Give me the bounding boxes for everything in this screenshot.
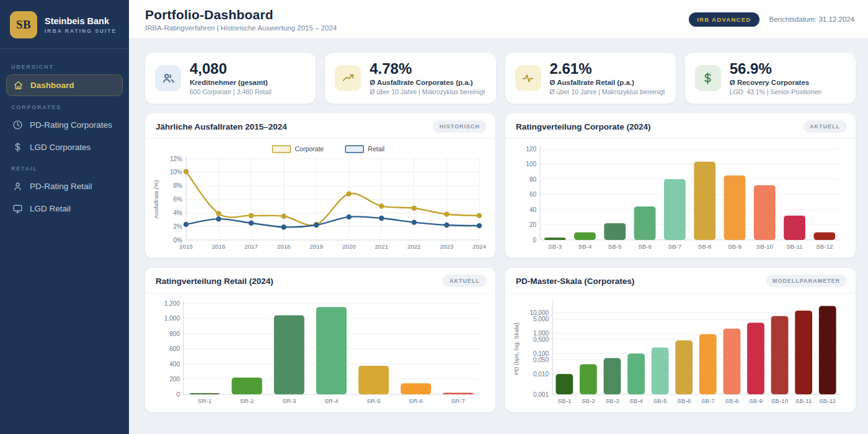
kpi-label: Ø Ausfallrate Retail (p.a.) [550, 79, 665, 86]
sidebar-item-lgd-retail[interactable]: LGD Retail [6, 198, 123, 219]
kpi-label: Ø Recovery Corporates [730, 79, 822, 86]
svg-text:SB-4: SB-4 [578, 243, 592, 250]
chart-grid-bottom: Ratingverteilung Retail (2024) AKTUELL 0… [145, 268, 856, 412]
sidebar-item-dashboard[interactable]: Dashboard [6, 74, 123, 96]
svg-text:1.000: 1.000 [164, 315, 180, 322]
kpi-value: 4,080 [190, 61, 272, 76]
svg-text:5,000: 5,000 [533, 316, 549, 322]
svg-text:2024: 2024 [472, 243, 486, 250]
kpi-card-ausfallrate-retail: 2.61% Ø Ausfallrate Retail (p.a.) Ø über… [505, 53, 676, 104]
sidebar-nav: ÜBERSICHT Dashboard CORPORATES PD-Rating… [0, 49, 129, 229]
kpi-value: 2.61% [550, 61, 665, 76]
svg-text:SR-1: SR-1 [198, 397, 211, 404]
clock-icon [12, 120, 23, 130]
svg-text:SB-10: SB-10 [771, 397, 789, 404]
kpi-sub: 600 Corporate | 3,480 Retail [190, 88, 272, 95]
svg-text:400: 400 [169, 361, 180, 368]
svg-text:SB-4: SB-4 [629, 397, 643, 404]
aktuell-badge: AKTUELL [443, 275, 487, 287]
monitor-icon [12, 203, 23, 214]
svg-text:0%: 0% [174, 237, 183, 244]
svg-text:SB-11: SB-11 [795, 397, 812, 404]
sidebar-item-label: PD-Rating Corporates [30, 120, 112, 130]
sidebar-item-label: PD-Rating Retail [30, 182, 92, 191]
svg-text:SB-10: SB-10 [756, 243, 774, 250]
main-area: Portfolio-Dashboard IRBA-Ratingverfahren… [129, 0, 868, 434]
sidebar-item-pd-rating-corporates[interactable]: PD-Rating Corporates [6, 115, 123, 135]
svg-text:120: 120 [526, 146, 536, 153]
sidebar-item-pd-rating-retail[interactable]: PD-Rating Retail [6, 176, 123, 197]
kpi-sub: LGD: 43.1% | Senior-Positionen [730, 88, 822, 95]
home-icon [13, 80, 24, 91]
svg-text:2017: 2017 [244, 243, 258, 250]
dollar-icon [695, 65, 721, 91]
svg-text:SB-3: SB-3 [548, 243, 562, 250]
svg-text:SB-12: SB-12 [819, 397, 836, 404]
svg-text:SR-4: SR-4 [324, 397, 339, 404]
nav-section-uebersicht: ÜBERSICHT [6, 58, 123, 74]
svg-text:SB-7: SB-7 [668, 243, 681, 250]
svg-text:0,050: 0,050 [533, 356, 549, 363]
chart-grid-top: Jährliche Ausfallraten 2015–2024 HISTORI… [145, 113, 856, 258]
svg-text:SB-12: SB-12 [816, 243, 833, 250]
panel-title: Ratingverteilung Retail (2024) [156, 277, 273, 286]
sidebar: SB Steinbeis Bank IRBA RATING SUITE ÜBER… [0, 0, 129, 434]
svg-text:SB-5: SB-5 [608, 243, 622, 250]
svg-text:SB-7: SB-7 [701, 397, 715, 404]
content: 4,080 Kreditnehmer (gesamt) 600 Corporat… [129, 39, 868, 434]
svg-text:1.200: 1.200 [164, 300, 180, 307]
nav-section-corporates: CORPORATES [6, 98, 123, 115]
kpi-value: 56.9% [730, 61, 822, 76]
brand: SB Steinbeis Bank IRBA RATING SUITE [0, 0, 129, 49]
svg-text:Corporate: Corporate [295, 145, 324, 153]
sidebar-item-label: Dashboard [30, 81, 74, 90]
svg-text:2020: 2020 [342, 243, 356, 250]
svg-text:2015: 2015 [179, 243, 193, 250]
person-icon [12, 181, 23, 192]
sidebar-item-label: LGD Retail [30, 204, 71, 213]
panel-rating-retail: Ratingverteilung Retail (2024) AKTUELL 0… [145, 268, 495, 412]
svg-text:SR-7: SR-7 [451, 397, 465, 404]
svg-text:60: 60 [529, 191, 537, 198]
svg-text:2023: 2023 [440, 243, 454, 250]
bank-name: Steinbeis Bank [45, 16, 117, 26]
svg-text:40: 40 [529, 206, 537, 213]
svg-text:SR-5: SR-5 [366, 397, 381, 404]
kpi-label: Ø Ausfallrate Corporates (p.a.) [370, 79, 485, 86]
activity-icon [515, 65, 541, 91]
svg-text:SR-6: SR-6 [409, 397, 423, 404]
svg-text:6%: 6% [174, 196, 183, 203]
sidebar-item-lgd-corporates[interactable]: LGD Corporates [6, 137, 123, 157]
modellparameter-badge: MODELLPARAMETER [766, 275, 847, 287]
panel-pd-master-skala: PD-Master-Skala (Corporates) MODELLPARAM… [505, 268, 856, 412]
panel-rating-corporate: Ratingverteilung Corporate (2024) AKTUEL… [505, 113, 856, 258]
nav-section-retail: RETAIL [6, 159, 123, 176]
page-subtitle: IRBA-Ratingverfahren | Historische Auswe… [145, 24, 337, 32]
svg-text:SB-9: SB-9 [728, 243, 742, 250]
svg-text:2018: 2018 [277, 243, 291, 250]
svg-text:1,000: 1,000 [533, 330, 549, 337]
svg-text:12%: 12% [170, 156, 182, 162]
bar-chart-rating-corporate: 020406080100120SB-3SB-4SB-5SB-6SB-7SB-8S… [512, 143, 847, 255]
kpi-row: 4,080 Kreditnehmer (gesamt) 600 Corporat… [145, 53, 856, 104]
panel-title: Jährliche Ausfallraten 2015–2024 [156, 122, 287, 131]
svg-text:SB-6: SB-6 [638, 243, 652, 250]
svg-text:2019: 2019 [309, 243, 323, 250]
svg-text:SR-2: SR-2 [240, 397, 254, 404]
users-icon [155, 65, 181, 91]
svg-text:2016: 2016 [212, 243, 226, 250]
svg-text:2021: 2021 [374, 243, 388, 250]
svg-text:SB-1: SB-1 [557, 397, 571, 404]
svg-text:100: 100 [526, 161, 536, 167]
svg-text:SR-3: SR-3 [282, 397, 296, 404]
svg-text:2022: 2022 [407, 243, 421, 250]
svg-text:SB-8: SB-8 [698, 243, 712, 250]
historisch-badge: HISTORISCH [433, 120, 487, 133]
topbar: Portfolio-Dashboard IRBA-Ratingverfahren… [129, 0, 868, 39]
svg-text:SB-5: SB-5 [653, 397, 667, 404]
bar-chart-rating-retail: 02004006008001.0001.200SR-1SR-2SR-3SR-4S… [151, 297, 487, 410]
sidebar-item-label: LGD Corporates [30, 143, 91, 152]
kpi-card-recovery-corporates: 56.9% Ø Recovery Corporates LGD: 43.1% |… [685, 53, 856, 104]
bar-chart-pd-master-skala: 0,0010,0100,0500,1000,5001,0005,00010,00… [512, 297, 847, 410]
svg-text:80: 80 [529, 176, 537, 183]
